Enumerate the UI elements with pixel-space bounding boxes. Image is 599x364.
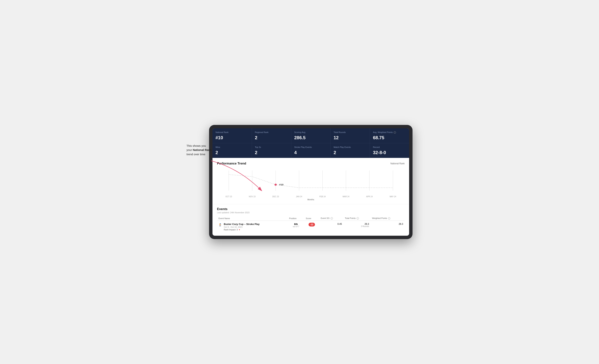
th-event-name: Event Name bbox=[217, 216, 288, 221]
event-info: Buster Cozy Cup – Stroke Play Oct 9 - Oc… bbox=[224, 223, 260, 231]
event-golf-icon: 🏌 bbox=[219, 223, 222, 227]
tablet-screen: National Rank #10 Regional Rank 2 Scorin… bbox=[212, 128, 409, 236]
x-label-may24: MAY 24 bbox=[381, 195, 405, 198]
annotation-line3: trend over time bbox=[186, 153, 205, 156]
events-header-row: Event Name Position Score Event SG i Tot… bbox=[217, 216, 405, 221]
event-position-sub: out of 7 bbox=[289, 225, 303, 228]
event-weighted-pts-cell: 28.3 bbox=[370, 221, 405, 233]
chart-container: #10 bbox=[217, 169, 405, 195]
rank-impact-arrow-icon: ▼ bbox=[238, 229, 240, 231]
stat-wins-value: 2 bbox=[215, 150, 249, 155]
table-row: 🏌 Buster Cozy Cup – Stroke Play Oct 9 - … bbox=[217, 221, 405, 233]
event-date: Oct 9 - Oct 10, 2023 bbox=[224, 226, 260, 228]
stat-stroke-play-label: Stroke Play Events bbox=[294, 146, 327, 149]
stat-top3s: Top 3s 2 bbox=[252, 143, 291, 158]
stat-regional-rank-label: Regional Rank bbox=[255, 131, 288, 133]
stat-scoring-avg: Scoring Avg. 286.5 bbox=[291, 128, 330, 143]
event-name-cell-inner: 🏌 Buster Cozy Cup – Stroke Play Oct 9 - … bbox=[219, 223, 286, 231]
event-rank-impact: Rank Impact: 3 ▼ bbox=[224, 229, 260, 231]
annotation-bold: National Rank bbox=[193, 148, 211, 151]
score-badge: -22 bbox=[308, 223, 315, 226]
stat-record-value: 32-8-0 bbox=[373, 150, 406, 155]
stat-avg-weighted: Avg. Weighted Points i 68.75 bbox=[370, 128, 409, 143]
perf-title: Performance Trend bbox=[217, 162, 246, 165]
info-icon-total-pts: i bbox=[357, 217, 359, 220]
event-name-cell: 🏌 Buster Cozy Cup – Stroke Play Oct 9 - … bbox=[217, 221, 288, 233]
perf-label: National Rank bbox=[390, 162, 405, 165]
th-weighted-points: Weighted Points i bbox=[370, 216, 405, 221]
stat-record-label: Record bbox=[373, 146, 406, 149]
info-icon-event-sg: i bbox=[331, 217, 333, 220]
x-label-apr24: APR 24 bbox=[358, 195, 381, 198]
info-icon-weighted-pts: i bbox=[388, 217, 390, 220]
stat-scoring-avg-label: Scoring Avg. bbox=[294, 131, 327, 133]
stat-total-rounds-label: Total Rounds bbox=[334, 131, 367, 133]
stat-stroke-play-value: 4 bbox=[294, 150, 327, 155]
stat-national-rank: National Rank #10 bbox=[212, 128, 252, 143]
x-label-jan24: JAN 24 bbox=[287, 195, 311, 198]
stat-national-rank-label: National Rank bbox=[215, 131, 249, 133]
chart-svg: #10 bbox=[217, 169, 405, 195]
page-wrapper: This shows you your National Rank trend … bbox=[186, 125, 413, 239]
stat-total-rounds: Total Rounds 12 bbox=[331, 128, 370, 143]
info-icon-avg-weighted: i bbox=[394, 131, 396, 133]
event-position-main: 6th bbox=[289, 223, 303, 225]
stat-regional-rank-value: 2 bbox=[255, 135, 288, 140]
stats-grid-row1: National Rank #10 Regional Rank 2 Scorin… bbox=[212, 128, 409, 143]
events-table-header: Event Name Position Score Event SG i Tot… bbox=[217, 216, 405, 221]
th-position: Position bbox=[288, 216, 304, 221]
rank-impact-text: Rank Impact: 3 bbox=[224, 229, 238, 231]
x-label-mar24: MAR 24 bbox=[334, 195, 358, 198]
th-event-sg: Event SG i bbox=[319, 216, 343, 221]
stat-match-play-label: Match Play Events bbox=[334, 146, 367, 149]
event-position-cell: 6th out of 7 bbox=[288, 221, 304, 233]
events-section: Events Last updated: 24th November 2023 … bbox=[212, 204, 409, 236]
stat-wins-label: Wins bbox=[215, 146, 249, 149]
annotation-text: This shows you your National Rank trend … bbox=[186, 144, 211, 157]
events-subtitle: Last updated: 24th November 2023 bbox=[217, 211, 405, 214]
chart-x-labels: OCT 23 NOV 23 DEC 23 JAN 24 FEB 24 MAR 2… bbox=[217, 195, 405, 198]
event-sg-cell: 0.45 bbox=[319, 221, 343, 233]
event-total-pts-sub: 3 Rounds bbox=[345, 225, 369, 227]
svg-point-9 bbox=[274, 184, 277, 186]
stat-scoring-avg-value: 286.5 bbox=[294, 135, 327, 140]
events-table: Event Name Position Score Event SG i Tot… bbox=[217, 216, 405, 233]
stat-regional-rank: Regional Rank 2 bbox=[252, 128, 291, 143]
chart-x-title: Months bbox=[217, 198, 405, 201]
stat-match-play: Match Play Events 2 bbox=[331, 143, 370, 158]
annotation-line2: your bbox=[186, 148, 193, 151]
stat-top3s-value: 2 bbox=[255, 150, 288, 155]
stat-stroke-play: Stroke Play Events 4 bbox=[291, 143, 330, 158]
tablet-frame: National Rank #10 Regional Rank 2 Scorin… bbox=[209, 125, 413, 239]
stats-grid-row2: Wins 2 Top 3s 2 Stroke Play Events 4 Mat… bbox=[212, 143, 409, 158]
event-total-pts-cell: 28.3 3 Rounds bbox=[344, 221, 370, 233]
performance-section: Performance Trend National Rank bbox=[212, 158, 409, 204]
event-total-pts-value: 28.3 bbox=[345, 223, 369, 225]
x-label-dec23: DEC 23 bbox=[264, 195, 287, 198]
stat-match-play-value: 2 bbox=[334, 150, 367, 155]
stat-total-rounds-value: 12 bbox=[334, 135, 367, 140]
stat-avg-weighted-label: Avg. Weighted Points i bbox=[373, 131, 406, 133]
content-area: National Rank #10 Regional Rank 2 Scorin… bbox=[212, 128, 409, 236]
perf-header: Performance Trend National Rank bbox=[217, 162, 405, 165]
event-name: Buster Cozy Cup – Stroke Play bbox=[224, 223, 260, 225]
events-title: Events bbox=[217, 207, 405, 211]
stat-top3s-label: Top 3s bbox=[255, 146, 288, 149]
stat-record: Record 32-8-0 bbox=[370, 143, 409, 158]
stat-wins: Wins 2 bbox=[212, 143, 252, 158]
event-score-cell: -22 bbox=[304, 221, 319, 233]
th-total-points: Total Points i bbox=[344, 216, 370, 221]
x-label-oct23: OCT 23 bbox=[217, 195, 240, 198]
stat-national-rank-value: #10 bbox=[215, 135, 249, 140]
svg-text:#10: #10 bbox=[279, 184, 283, 186]
x-label-nov23: NOV 23 bbox=[240, 195, 264, 198]
annotation-line1: This shows you bbox=[186, 144, 206, 147]
stat-avg-weighted-value: 68.75 bbox=[373, 135, 406, 140]
events-table-body: 🏌 Buster Cozy Cup – Stroke Play Oct 9 - … bbox=[217, 221, 405, 233]
th-score: Score bbox=[304, 216, 319, 221]
x-label-feb24: FEB 24 bbox=[311, 195, 334, 198]
